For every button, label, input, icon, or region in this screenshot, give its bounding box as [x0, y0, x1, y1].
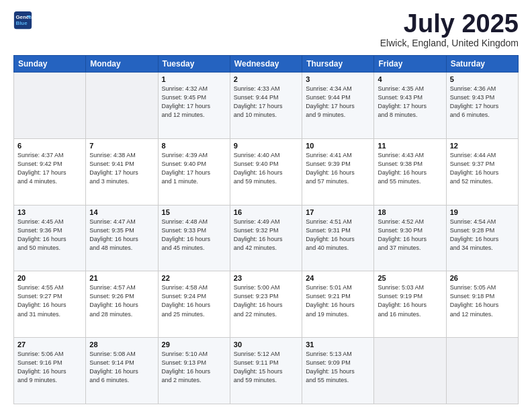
calendar-cell: 20Sunrise: 4:55 AM Sunset: 9:27 PM Dayli…: [14, 271, 86, 338]
calendar-cell: 24Sunrise: 5:01 AM Sunset: 9:21 PM Dayli…: [302, 271, 374, 338]
day-info: Sunrise: 4:54 AM Sunset: 9:28 PM Dayligh…: [450, 218, 515, 253]
calendar-cell: 26Sunrise: 5:05 AM Sunset: 9:18 PM Dayli…: [446, 271, 518, 338]
calendar-cell: 19Sunrise: 4:54 AM Sunset: 9:28 PM Dayli…: [446, 205, 518, 271]
day-number: 8: [162, 142, 226, 150]
logo: General Blue: [13, 11, 32, 30]
calendar-cell: 16Sunrise: 4:49 AM Sunset: 9:32 PM Dayli…: [230, 205, 302, 271]
day-number: 31: [306, 340, 370, 349]
day-number: 6: [17, 142, 82, 150]
col-wednesday: Wednesday: [230, 56, 302, 73]
day-info: Sunrise: 4:37 AM Sunset: 9:42 PM Dayligh…: [17, 151, 82, 186]
day-info: Sunrise: 4:44 AM Sunset: 9:37 PM Dayligh…: [450, 151, 515, 186]
week-row-4: 20Sunrise: 4:55 AM Sunset: 9:27 PM Dayli…: [14, 271, 519, 338]
day-info: Sunrise: 5:10 AM Sunset: 9:13 PM Dayligh…: [162, 350, 226, 385]
day-info: Sunrise: 4:43 AM Sunset: 9:38 PM Dayligh…: [378, 151, 442, 186]
week-row-2: 6Sunrise: 4:37 AM Sunset: 9:42 PM Daylig…: [14, 138, 519, 205]
calendar-cell: 25Sunrise: 5:03 AM Sunset: 9:19 PM Dayli…: [374, 271, 446, 338]
day-info: Sunrise: 5:08 AM Sunset: 9:14 PM Dayligh…: [89, 350, 154, 385]
day-number: 1: [162, 75, 226, 83]
calendar-cell: 31Sunrise: 5:13 AM Sunset: 9:09 PM Dayli…: [302, 338, 374, 404]
calendar-cell: 8Sunrise: 4:39 AM Sunset: 9:40 PM Daylig…: [158, 138, 230, 205]
day-info: Sunrise: 5:05 AM Sunset: 9:18 PM Dayligh…: [450, 283, 515, 318]
day-info: Sunrise: 4:52 AM Sunset: 9:30 PM Dayligh…: [378, 218, 442, 253]
col-saturday: Saturday: [446, 56, 518, 73]
col-tuesday: Tuesday: [158, 56, 230, 73]
page: General Blue July 2025 Elwick, England, …: [0, 0, 532, 411]
day-number: 16: [234, 208, 298, 216]
day-info: Sunrise: 4:49 AM Sunset: 9:32 PM Dayligh…: [234, 218, 298, 253]
day-info: Sunrise: 4:47 AM Sunset: 9:35 PM Dayligh…: [89, 218, 154, 253]
col-thursday: Thursday: [302, 56, 374, 73]
day-info: Sunrise: 4:40 AM Sunset: 9:40 PM Dayligh…: [234, 151, 298, 186]
day-number: 10: [306, 142, 370, 150]
day-number: 29: [162, 340, 226, 349]
day-number: 13: [17, 208, 82, 216]
day-number: 14: [89, 208, 154, 216]
day-number: 21: [89, 274, 154, 282]
day-number: 5: [450, 75, 515, 83]
day-info: Sunrise: 5:06 AM Sunset: 9:16 PM Dayligh…: [17, 350, 82, 385]
day-number: 4: [378, 75, 442, 83]
calendar-cell: 5Sunrise: 4:36 AM Sunset: 9:43 PM Daylig…: [446, 73, 518, 139]
week-row-3: 13Sunrise: 4:45 AM Sunset: 9:36 PM Dayli…: [14, 205, 519, 271]
calendar-cell: 7Sunrise: 4:38 AM Sunset: 9:41 PM Daylig…: [86, 138, 158, 205]
calendar-cell: 29Sunrise: 5:10 AM Sunset: 9:13 PM Dayli…: [158, 338, 230, 404]
calendar-cell: [14, 73, 86, 139]
day-number: 7: [89, 142, 154, 150]
calendar-cell: 6Sunrise: 4:37 AM Sunset: 9:42 PM Daylig…: [14, 138, 86, 205]
day-number: 11: [378, 142, 442, 150]
calendar-cell: [374, 338, 446, 404]
day-info: Sunrise: 4:34 AM Sunset: 9:44 PM Dayligh…: [306, 85, 370, 120]
day-info: Sunrise: 4:57 AM Sunset: 9:26 PM Dayligh…: [89, 283, 154, 318]
svg-text:Blue: Blue: [16, 20, 28, 26]
day-number: 9: [234, 142, 298, 150]
title-block: July 2025 Elwick, England, United Kingdo…: [380, 11, 519, 48]
calendar-cell: 23Sunrise: 5:00 AM Sunset: 9:23 PM Dayli…: [230, 271, 302, 338]
calendar-cell: 2Sunrise: 4:33 AM Sunset: 9:44 PM Daylig…: [230, 73, 302, 139]
day-number: 20: [17, 274, 82, 282]
header: General Blue July 2025 Elwick, England, …: [13, 11, 519, 48]
day-number: 19: [450, 208, 515, 216]
col-friday: Friday: [374, 56, 446, 73]
day-info: Sunrise: 4:58 AM Sunset: 9:24 PM Dayligh…: [162, 283, 226, 318]
day-info: Sunrise: 4:36 AM Sunset: 9:43 PM Dayligh…: [450, 85, 515, 120]
day-number: 22: [162, 274, 226, 282]
day-info: Sunrise: 4:38 AM Sunset: 9:41 PM Dayligh…: [89, 151, 154, 186]
day-info: Sunrise: 5:12 AM Sunset: 9:11 PM Dayligh…: [234, 350, 298, 385]
day-info: Sunrise: 4:48 AM Sunset: 9:33 PM Dayligh…: [162, 218, 226, 253]
day-info: Sunrise: 4:45 AM Sunset: 9:36 PM Dayligh…: [17, 218, 82, 253]
col-sunday: Sunday: [14, 56, 86, 73]
calendar-cell: 4Sunrise: 4:35 AM Sunset: 9:43 PM Daylig…: [374, 73, 446, 139]
day-number: 25: [378, 274, 442, 282]
calendar-cell: 14Sunrise: 4:47 AM Sunset: 9:35 PM Dayli…: [86, 205, 158, 271]
day-info: Sunrise: 5:03 AM Sunset: 9:19 PM Dayligh…: [378, 283, 442, 318]
calendar-cell: 17Sunrise: 4:51 AM Sunset: 9:31 PM Dayli…: [302, 205, 374, 271]
location: Elwick, England, United Kingdom: [380, 38, 519, 48]
day-info: Sunrise: 4:32 AM Sunset: 9:45 PM Dayligh…: [162, 85, 226, 120]
logo-icon: General Blue: [13, 11, 32, 30]
calendar-cell: [446, 338, 518, 404]
day-number: 17: [306, 208, 370, 216]
calendar-cell: 21Sunrise: 4:57 AM Sunset: 9:26 PM Dayli…: [86, 271, 158, 338]
day-number: 27: [17, 340, 82, 349]
day-number: 15: [162, 208, 226, 216]
calendar-cell: 30Sunrise: 5:12 AM Sunset: 9:11 PM Dayli…: [230, 338, 302, 404]
calendar-cell: 11Sunrise: 4:43 AM Sunset: 9:38 PM Dayli…: [374, 138, 446, 205]
day-number: 12: [450, 142, 515, 150]
calendar-cell: 18Sunrise: 4:52 AM Sunset: 9:30 PM Dayli…: [374, 205, 446, 271]
day-info: Sunrise: 4:51 AM Sunset: 9:31 PM Dayligh…: [306, 218, 370, 253]
day-number: 18: [378, 208, 442, 216]
calendar-table: Sunday Monday Tuesday Wednesday Thursday…: [13, 55, 519, 404]
calendar-cell: 3Sunrise: 4:34 AM Sunset: 9:44 PM Daylig…: [302, 73, 374, 139]
calendar-cell: 10Sunrise: 4:41 AM Sunset: 9:39 PM Dayli…: [302, 138, 374, 205]
day-number: 3: [306, 75, 370, 83]
day-info: Sunrise: 5:00 AM Sunset: 9:23 PM Dayligh…: [234, 283, 298, 318]
calendar-cell: 13Sunrise: 4:45 AM Sunset: 9:36 PM Dayli…: [14, 205, 86, 271]
day-number: 26: [450, 274, 515, 282]
day-number: 28: [89, 340, 154, 349]
calendar-cell: 1Sunrise: 4:32 AM Sunset: 9:45 PM Daylig…: [158, 73, 230, 139]
calendar-cell: 27Sunrise: 5:06 AM Sunset: 9:16 PM Dayli…: [14, 338, 86, 404]
day-info: Sunrise: 5:13 AM Sunset: 9:09 PM Dayligh…: [306, 350, 370, 385]
calendar-cell: 9Sunrise: 4:40 AM Sunset: 9:40 PM Daylig…: [230, 138, 302, 205]
day-info: Sunrise: 4:55 AM Sunset: 9:27 PM Dayligh…: [17, 283, 82, 318]
